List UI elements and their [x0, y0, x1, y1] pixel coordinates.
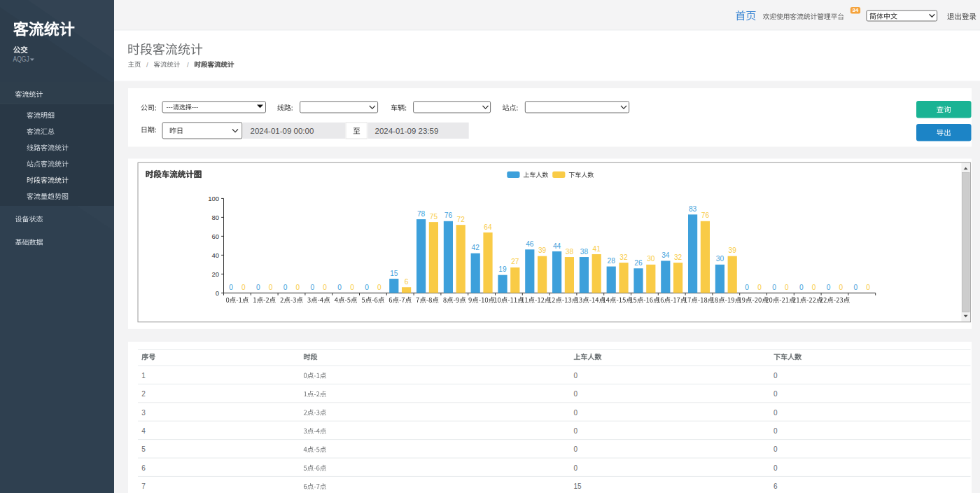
svg-text:0: 0 — [757, 284, 762, 291]
svg-text:3: 3 — [141, 409, 146, 417]
svg-text:60: 60 — [211, 232, 219, 240]
svg-text:19: 19 — [498, 265, 507, 273]
svg-text:0: 0 — [799, 284, 804, 291]
svg-text:27: 27 — [511, 258, 519, 265]
svg-text:0: 0 — [573, 427, 578, 435]
svg-text:0: 0 — [269, 284, 273, 291]
svg-text:0: 0 — [296, 284, 300, 291]
svg-text:26: 26 — [634, 259, 643, 267]
svg-text:0: 0 — [774, 464, 778, 472]
svg-text:/: / — [146, 61, 148, 69]
svg-text:38: 38 — [566, 248, 574, 256]
svg-text:44: 44 — [553, 242, 561, 250]
svg-text:15: 15 — [390, 270, 398, 277]
svg-text:0: 0 — [827, 284, 831, 291]
svg-text:0: 0 — [573, 409, 578, 417]
svg-text:83: 83 — [689, 205, 697, 213]
svg-text:6: 6 — [405, 278, 409, 286]
svg-text:0: 0 — [839, 284, 844, 291]
svg-text:0: 0 — [377, 284, 382, 291]
svg-text:76: 76 — [701, 211, 710, 219]
svg-text:6: 6 — [141, 464, 146, 472]
svg-text:0: 0 — [573, 390, 578, 398]
svg-text:42: 42 — [472, 244, 480, 251]
svg-text:0: 0 — [216, 289, 219, 297]
svg-text:46: 46 — [526, 240, 534, 248]
svg-text:34: 34 — [852, 7, 858, 13]
svg-text:0: 0 — [337, 284, 342, 291]
svg-text:0: 0 — [866, 284, 870, 291]
svg-text:0: 0 — [350, 284, 354, 291]
svg-text:32: 32 — [620, 254, 628, 261]
svg-text:2024-01-09 00:00: 2024-01-09 00:00 — [251, 127, 314, 135]
svg-text:0: 0 — [311, 284, 315, 291]
svg-text:32: 32 — [674, 254, 682, 261]
svg-text:34: 34 — [662, 251, 670, 259]
svg-text:0: 0 — [256, 284, 260, 291]
svg-text:40: 40 — [211, 251, 219, 259]
svg-text:0: 0 — [774, 409, 778, 417]
svg-text:15: 15 — [573, 482, 582, 490]
svg-text:0: 0 — [774, 372, 778, 380]
svg-text:64: 64 — [484, 223, 492, 231]
svg-text:0: 0 — [323, 284, 327, 291]
svg-text:0: 0 — [229, 284, 233, 291]
svg-text:0: 0 — [573, 464, 578, 472]
svg-text:0: 0 — [745, 284, 749, 291]
svg-text:0: 0 — [774, 427, 778, 435]
svg-text:72: 72 — [457, 216, 465, 223]
svg-text:30: 30 — [716, 255, 724, 263]
svg-text:30: 30 — [647, 255, 655, 263]
svg-text:0: 0 — [241, 284, 246, 291]
svg-text:5: 5 — [141, 445, 146, 453]
svg-text:41: 41 — [593, 245, 601, 253]
svg-text:78: 78 — [417, 210, 426, 218]
svg-text:/: / — [187, 61, 189, 69]
svg-text:0: 0 — [785, 284, 789, 291]
svg-text:0: 0 — [573, 445, 578, 453]
svg-text:6: 6 — [774, 482, 778, 490]
svg-text:80: 80 — [211, 214, 219, 221]
svg-text:39: 39 — [729, 246, 737, 254]
svg-text:38: 38 — [580, 248, 589, 256]
svg-text:0: 0 — [774, 445, 778, 453]
svg-text:75: 75 — [430, 213, 438, 221]
svg-text:4: 4 — [141, 427, 146, 435]
svg-text:1: 1 — [141, 372, 146, 380]
svg-text:100: 100 — [208, 195, 219, 202]
svg-text:39: 39 — [538, 246, 547, 254]
svg-text:20: 20 — [211, 270, 219, 278]
svg-text:0: 0 — [774, 390, 778, 398]
svg-text:7: 7 — [141, 482, 146, 490]
svg-text:76: 76 — [444, 211, 453, 219]
svg-text:0: 0 — [854, 284, 858, 291]
svg-text:28: 28 — [608, 257, 616, 265]
svg-text:2: 2 — [141, 390, 146, 398]
svg-text:0: 0 — [365, 284, 369, 291]
svg-text:0: 0 — [812, 284, 816, 291]
svg-text:AQGJ: AQGJ — [13, 55, 29, 63]
svg-text:0: 0 — [284, 284, 288, 291]
svg-text:0: 0 — [573, 372, 578, 380]
svg-text:2024-01-09 23:59: 2024-01-09 23:59 — [375, 127, 439, 135]
svg-text:0: 0 — [772, 284, 776, 291]
